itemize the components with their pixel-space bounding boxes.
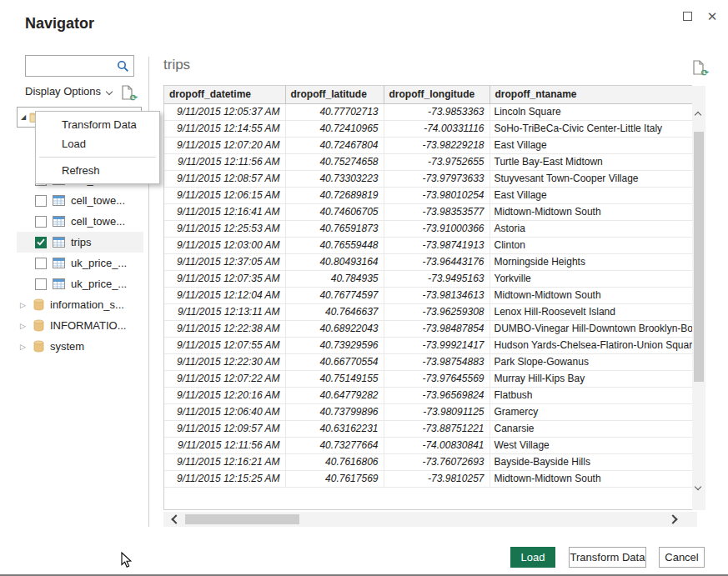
table-cell: Flatbush [490,387,692,403]
checkbox-unchecked[interactable] [35,258,47,269]
scroll-up-icon[interactable] [695,112,701,118]
table-cell: Midtown-Midtown South [490,287,692,303]
tree-item-information-schema[interactable]: ▷ information_s... [17,294,143,315]
display-options-label: Display Options [25,85,101,98]
table-cell: Midtown-Midtown South [490,470,692,487]
table-cell: -73.9495163 [384,270,490,287]
tree-item-cell-towe-2[interactable]: cell_towe... [17,190,143,211]
table-cell: -73.9810257 [384,470,490,487]
table-cell: DUMBO-Vinegar Hill-Downtown Brooklyn-Boe… [490,320,692,337]
refresh-list-icon[interactable]: ⟳ [122,85,135,102]
close-button[interactable]: ✕ [703,7,721,25]
navigation-tree: cell_towe... cell_towe... cell_towe... t… [17,169,143,357]
tree-item-uk-price-1[interactable]: uk_price_... [17,253,143,273]
table-cell: Clinton [490,237,692,253]
checkbox-unchecked[interactable] [35,278,47,290]
table-cell: -73.88751221 [384,420,490,437]
table-cell: 40.64779282 [285,387,384,403]
chevron-down-icon [106,88,113,95]
checkbox-unchecked[interactable] [35,195,47,207]
table-cell: -73.96569824 [384,387,490,403]
vertical-scrollbar-thumb[interactable] [694,132,704,382]
table-row: 9/11/2015 12:14:55 AM40.72410965-74.0033… [164,120,692,137]
cancel-button[interactable]: Cancel [659,547,705,568]
table-icon [53,237,65,248]
table-cell: Astoria [490,220,692,237]
load-button[interactable]: Load [510,547,555,568]
horizontal-scrollbar-thumb[interactable] [185,514,299,524]
table-cell: 40.76774597 [285,287,384,303]
table-row: 9/11/2015 12:22:38 AM40.68922043-73.9848… [164,320,692,337]
refresh-preview-icon[interactable]: ⟳ [693,60,706,77]
table-cell: 40.74606705 [285,203,384,220]
table-cell: 40.73277664 [285,437,384,453]
table-icon [53,278,65,289]
tree-item-trips[interactable]: trips [17,232,143,253]
table-cell: 40.73799896 [285,403,384,420]
horizontal-scrollbar[interactable] [163,512,697,527]
transform-data-button[interactable]: Transform Data [569,547,646,568]
menu-item-load[interactable]: Load [36,134,159,153]
database-icon [33,319,44,332]
table-cell: 9/11/2015 12:12:04 AM [164,287,285,303]
table-cell: 40.72410965 [285,120,384,137]
expand-arrow-icon[interactable]: ◢ [21,113,26,121]
table-cell: 40.68922043 [285,320,384,337]
table-cell: Morningside Heights [490,253,692,270]
table-cell: 9/11/2015 12:22:38 AM [164,320,285,337]
checkbox-unchecked[interactable] [35,216,47,228]
table-cell: -73.98487854 [384,320,490,337]
menu-item-refresh[interactable]: Refresh [36,161,159,180]
scroll-right-icon[interactable] [668,514,677,523]
tree-item-information-schema-upper[interactable]: ▷ INFORMATIO... [17,315,143,336]
table-cell: -73.96443176 [384,253,490,270]
tree-item-label: system [50,340,84,353]
scroll-left-icon[interactable] [171,514,180,523]
display-options-dropdown[interactable]: Display Options [25,85,112,98]
column-header-dropoff-longitude[interactable]: dropoff_longitude [384,86,490,103]
search-icon[interactable] [117,60,129,73]
scroll-down-icon[interactable] [695,483,701,490]
table-cell: 9/11/2015 12:03:00 AM [164,237,285,253]
table-cell: Hudson Yards-Chelsea-Flatiron-Union Squa… [490,337,692,353]
preview-table: dropoff_datetime dropoff_latitude dropof… [163,85,692,510]
table-cell: Gramercy [490,403,692,420]
column-header-dropoff-datetime[interactable]: dropoff_datetime [164,86,285,103]
tree-item-uk-price-2[interactable]: uk_price_... [17,273,143,294]
table-cell: 9/11/2015 12:07:22 AM [164,370,285,387]
table-cell: Turtle Bay-East Midtown [490,153,692,170]
menu-item-transform-data[interactable]: Transform Data [36,115,159,134]
table-cell: -73.98010254 [384,187,490,203]
column-header-dropoff-ntaname[interactable]: dropoff_ntaname [490,86,692,103]
table-row: 9/11/2015 12:15:25 AM40.7617569-73.98102… [164,470,692,487]
checkbox-checked[interactable] [35,237,47,248]
table-cell: -73.98091125 [384,403,490,420]
table-cell: -73.98741913 [384,237,490,253]
table-row: 9/11/2015 12:20:16 AM40.64779282-73.9656… [164,387,692,403]
table-header-row: dropoff_datetime dropoff_latitude dropof… [164,86,692,103]
vertical-scrollbar[interactable] [692,86,705,510]
preview-table-body: 9/11/2015 12:05:37 AM40.77702713-73.9853… [164,103,692,487]
collapsed-arrow-icon[interactable]: ▷ [20,322,30,330]
database-icon [33,340,44,353]
maximize-icon [683,12,692,21]
tree-item-system[interactable]: ▷ system [17,336,143,357]
tree-item-label: information_s... [50,298,124,311]
table-cell: -73.76072693 [384,453,490,470]
collapsed-arrow-icon[interactable]: ▷ [20,301,30,309]
table-cell: 9/11/2015 12:07:35 AM [164,270,285,287]
table-icon [53,258,65,268]
table-cell: 40.7646637 [285,303,384,320]
table-cell: 40.7616806 [285,453,384,470]
table-cell: 40.73929596 [285,337,384,353]
table-cell: 9/11/2015 12:22:30 AM [164,353,285,370]
table-icon [53,216,65,227]
tree-item-cell-towe-3[interactable]: cell_towe... [17,211,143,232]
table-cell: 9/11/2015 12:11:56 AM [164,153,285,170]
column-header-dropoff-latitude[interactable]: dropoff_latitude [285,86,384,103]
search-input[interactable] [29,57,116,75]
maximize-button[interactable] [678,7,696,25]
table-cell: Murray Hill-Kips Bay [490,370,692,387]
collapsed-arrow-icon[interactable]: ▷ [20,343,30,351]
table-cell: Midtown-Midtown South [490,203,692,220]
